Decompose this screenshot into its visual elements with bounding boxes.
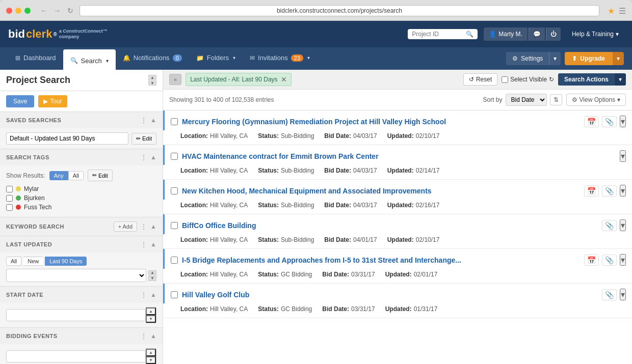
search-tags-edit-button[interactable]: ✏ Edit: [88, 170, 113, 181]
project-id-input[interactable]: [412, 31, 463, 38]
expand-button[interactable]: ▾: [620, 150, 626, 162]
clip-icon-button[interactable]: 📎: [602, 255, 617, 266]
select-visible-checkbox[interactable]: [502, 76, 508, 83]
last-updated-arrow-up[interactable]: ▲: [148, 270, 156, 275]
address-bar[interactable]: bidclerk.constructconnect.com/projects/s…: [80, 5, 599, 16]
bookmark-icon[interactable]: ★: [608, 6, 615, 16]
last-updated-arrow-down[interactable]: ▼: [148, 276, 156, 281]
tab-notifications[interactable]: 🔔 Notifications 0: [116, 47, 189, 70]
clip-icon-button[interactable]: 📎: [602, 289, 617, 300]
dot-green[interactable]: [24, 8, 31, 14]
expand-button[interactable]: ▾: [620, 219, 626, 231]
any-button[interactable]: Any: [49, 171, 68, 180]
forward-button[interactable]: →: [52, 6, 62, 16]
last-updated-new-button[interactable]: New: [23, 257, 43, 266]
clip-icon-button[interactable]: 📎: [602, 116, 617, 127]
saved-searches-menu-icon[interactable]: ⋮: [140, 116, 147, 124]
chat-button[interactable]: 💬: [529, 27, 545, 41]
search-actions-dropdown-button[interactable]: ▾: [615, 73, 626, 86]
expand-button[interactable]: ▾: [620, 289, 626, 300]
last-updated-menu-icon[interactable]: ⋮: [140, 240, 147, 248]
project-title[interactable]: I-5 Bridge Replacements and Approaches f…: [182, 256, 580, 264]
all-button[interactable]: All: [68, 171, 84, 180]
save-search-button[interactable]: Save: [6, 95, 34, 107]
help-training-button[interactable]: Help & Training ▾: [567, 27, 624, 41]
start-date-header[interactable]: START DATE ⋮ ▲: [0, 287, 163, 303]
bidding-events-menu-icon[interactable]: ⋮: [140, 332, 147, 340]
keyword-menu-icon[interactable]: ⋮: [140, 222, 147, 231]
saved-searches-collapse-icon[interactable]: ▲: [150, 117, 156, 124]
project-checkbox[interactable]: [171, 291, 178, 298]
upgrade-button[interactable]: ⬆ Upgrade: [565, 52, 612, 65]
start-date-arrow-up[interactable]: ▲: [146, 307, 156, 315]
last-updated-collapse-icon[interactable]: ▲: [150, 241, 156, 248]
bidding-events-collapse-icon[interactable]: ▲: [150, 332, 156, 340]
refresh-button[interactable]: ↻: [65, 6, 75, 16]
start-date-collapse-icon[interactable]: ▲: [150, 291, 156, 298]
user-profile-button[interactable]: 👤 Marty M.: [484, 27, 528, 41]
saved-search-edit-button[interactable]: ✏ Edit: [131, 133, 156, 145]
tag-mylar-checkbox[interactable]: [6, 186, 13, 192]
project-checkbox[interactable]: [171, 222, 178, 229]
project-title[interactable]: HVAC Maintenance contract for Emmit Brow…: [182, 152, 616, 160]
project-title[interactable]: Mercury Flooring (Gymnasium) Remediation…: [182, 118, 580, 126]
project-checkbox[interactable]: [171, 153, 178, 160]
project-checkbox[interactable]: [171, 118, 178, 125]
keyword-collapse-icon[interactable]: ▲: [150, 223, 156, 230]
search-tags-menu-icon[interactable]: ⋮: [140, 153, 147, 161]
calendar-icon-button[interactable]: 📅: [584, 185, 599, 197]
tab-folders[interactable]: 📁 Folders ▾: [189, 47, 243, 70]
search-actions-button[interactable]: Search Actions: [558, 73, 615, 86]
saved-search-select[interactable]: Default - Updated Last 90 Days: [6, 132, 128, 145]
bidding-events-arrow-up[interactable]: ▲: [146, 349, 156, 356]
keyword-search-header[interactable]: KEYWORD SEARCH + Add ⋮ ▲: [0, 217, 163, 236]
expand-button[interactable]: ▾: [620, 254, 626, 266]
expand-button[interactable]: ▾: [620, 116, 626, 127]
last-updated-header[interactable]: LAST UPDATED ⋮ ▲: [0, 236, 163, 253]
view-options-button[interactable]: ⚙ View Options ▾: [566, 94, 626, 106]
bidding-events-arrow-down[interactable]: ▼: [146, 356, 156, 364]
project-id-search[interactable]: 🔍: [408, 29, 478, 39]
search-tags-collapse-icon[interactable]: ▲: [150, 154, 156, 161]
project-title[interactable]: New Kitchen Hood, Mechanical Equipment a…: [182, 187, 580, 195]
upgrade-dropdown-button[interactable]: ▾: [612, 52, 624, 65]
project-checkbox[interactable]: [171, 187, 178, 194]
power-button[interactable]: ⏻: [546, 27, 561, 41]
collapse-sidebar-button[interactable]: «: [169, 74, 181, 85]
filter-close-button[interactable]: ✕: [281, 75, 287, 83]
tab-invitations[interactable]: ✉ Invitations 23 ▾: [243, 47, 317, 70]
start-date-input[interactable]: [6, 309, 146, 321]
project-title[interactable]: BiffCo Office Building: [182, 221, 598, 230]
clip-icon-button[interactable]: 📎: [602, 220, 617, 231]
saved-searches-header[interactable]: SAVED SEARCHES ⋮ ▲: [0, 112, 163, 128]
sidebar-arrow-up[interactable]: ▲: [148, 75, 156, 80]
calendar-icon-button[interactable]: 📅: [584, 116, 599, 127]
settings-dropdown-button[interactable]: ▾: [549, 52, 561, 65]
tag-bjurken-checkbox[interactable]: [6, 195, 13, 202]
last-updated-90days-button[interactable]: Last 90 Days: [45, 257, 87, 266]
settings-button[interactable]: ⚙ Settings: [506, 52, 549, 65]
project-checkbox[interactable]: [171, 257, 178, 264]
reset-button[interactable]: ↺ Reset: [463, 73, 497, 86]
sidebar-arrow-down[interactable]: ▼: [148, 80, 156, 86]
start-date-menu-icon[interactable]: ⋮: [140, 291, 147, 299]
calendar-icon-button[interactable]: 📅: [584, 255, 599, 266]
last-updated-all-button[interactable]: All: [6, 257, 21, 266]
clip-icon-button[interactable]: 📎: [602, 185, 617, 197]
last-updated-select[interactable]: [6, 269, 146, 282]
tag-fuss-tech-checkbox[interactable]: [6, 204, 13, 211]
sort-direction-button[interactable]: ⇅: [550, 94, 562, 105]
dot-yellow[interactable]: [15, 8, 21, 14]
back-button[interactable]: ←: [39, 6, 49, 16]
sort-select[interactable]: Bid Date: [506, 94, 547, 106]
expand-button[interactable]: ▾: [620, 185, 626, 197]
search-tags-header[interactable]: SEARCH TAGS ⋮ ▲: [0, 149, 163, 165]
tab-dashboard[interactable]: ⊞ Dashboard: [8, 47, 63, 70]
dot-red[interactable]: [6, 8, 12, 14]
bidding-events-input[interactable]: [6, 350, 146, 362]
bidding-events-header[interactable]: BIDDING EVENTS ⋮ ▲: [0, 328, 163, 344]
add-keyword-button[interactable]: + Add: [114, 221, 137, 232]
menu-icon[interactable]: ☰: [619, 6, 626, 16]
project-title[interactable]: Hill Valley Golf Club: [182, 291, 598, 299]
tour-button[interactable]: ▶ Tour: [38, 95, 67, 107]
